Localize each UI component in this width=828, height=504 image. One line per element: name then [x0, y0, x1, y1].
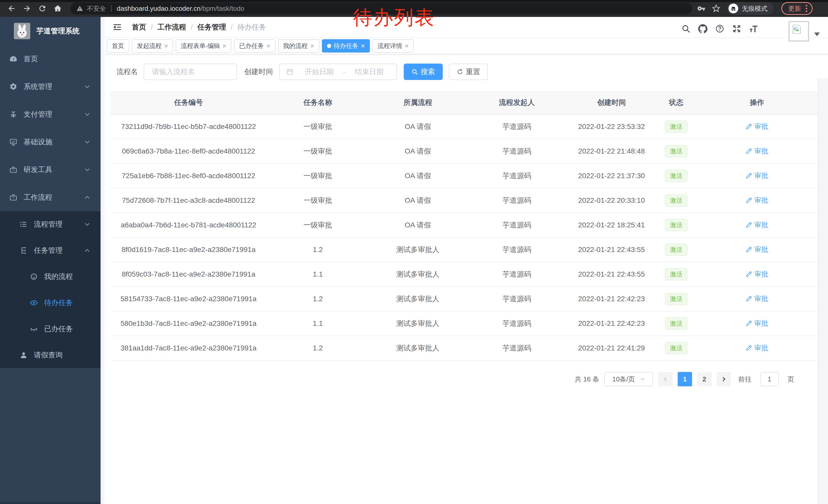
key-icon[interactable] [697, 4, 705, 12]
table-row: 725a1eb6-7b88-11ec-8ef0-acde48001122一级审批… [110, 164, 818, 188]
sidebar-item-system[interactable]: 系统管理 [0, 73, 100, 100]
sidebar-item-workflow[interactable]: 工作流程 [0, 184, 100, 211]
back-icon[interactable] [7, 4, 16, 13]
table-header-row: 任务编号 任务名称 所属流程 流程发起人 创建时间 状态 操作 [110, 91, 818, 114]
close-icon[interactable] [164, 43, 168, 49]
gear-icon [9, 83, 17, 91]
help-icon[interactable] [715, 24, 724, 33]
goto-page-input[interactable]: 1 [760, 372, 779, 386]
col-status: 状态 [656, 91, 696, 114]
process-name-input[interactable]: 请输入流程名 [143, 63, 237, 80]
breadcrumb-home[interactable]: 首页 [132, 22, 146, 32]
font-size-icon[interactable] [749, 24, 758, 33]
tab-done-tasks[interactable]: 已办任务 [234, 39, 275, 53]
end-date-placeholder[interactable]: 结束日期 [346, 67, 392, 77]
sidebar-item-process-mgmt[interactable]: 流程管理 [0, 211, 100, 237]
tab-start-process[interactable]: 发起流程 [132, 39, 173, 53]
table-row: 8f059c03-7ac8-11ec-a9e2-a2380e71991a1.1测… [110, 262, 818, 287]
tab-home[interactable]: 首页 [107, 39, 129, 53]
breadcrumb-current: 待办任务 [237, 22, 266, 32]
search-button[interactable]: 搜索 [404, 63, 443, 80]
sidebar-item-home[interactable]: 首页 [0, 45, 100, 73]
table-row: 381aa1dd-7ac8-11ec-a9e2-a2380e71991a1.2测… [110, 336, 818, 360]
incognito-badge: 无痕模式 [727, 2, 774, 15]
table-row: a6aba0a4-7b6d-11ec-b781-acde48001122一级审批… [110, 213, 818, 237]
tab-todo-tasks[interactable]: 待办任务 [322, 39, 370, 53]
start-date-placeholder[interactable]: 开始日期 [296, 67, 342, 77]
process-name-label: 流程名 [117, 67, 138, 77]
workflow-submenu: 流程管理 任务管理 我的流程 待办任务 已办 [0, 211, 100, 368]
page-button-1[interactable]: 1 [678, 372, 692, 386]
approve-link[interactable]: 审批 [746, 319, 768, 328]
eye-closed-icon [30, 325, 38, 333]
approve-link[interactable]: 审批 [746, 122, 768, 131]
sidebar-item-payment[interactable]: 支付管理 [0, 100, 100, 128]
close-icon[interactable] [405, 43, 409, 49]
close-icon[interactable] [266, 43, 270, 49]
sidebar-item-leave-query[interactable]: 请假查询 [0, 342, 100, 368]
reload-icon[interactable] [38, 4, 47, 13]
task-table: 任务编号 任务名称 所属流程 流程发起人 创建时间 状态 操作 73211d9d… [110, 91, 818, 361]
approve-link[interactable]: 审批 [746, 343, 768, 353]
approve-link[interactable]: 审批 [746, 294, 768, 303]
col-process: 所属流程 [369, 91, 467, 114]
tab-my-process[interactable]: 我的流程 [278, 39, 319, 53]
close-icon[interactable] [361, 43, 365, 49]
next-page-button[interactable] [717, 372, 731, 386]
breadcrumb-workflow[interactable]: 工作流程 [158, 22, 186, 32]
status-badge: 激活 [665, 194, 688, 207]
sidebar-item-done-tasks[interactable]: 已办任务 [0, 316, 100, 342]
status-badge: 激活 [665, 317, 688, 330]
app-logo [14, 23, 30, 39]
face-icon [30, 273, 38, 281]
caret-down-icon[interactable] [814, 32, 820, 36]
status-badge: 激活 [665, 145, 688, 157]
browser-menu-icon[interactable] [806, 5, 807, 12]
filter-bar: 流程名 请输入流程名 创建时间 开始日期 - 结束日期 搜索 重置 [117, 63, 818, 80]
table-row: 73211d9d-7b9b-11ec-b5b7-acde48001122一级审批… [110, 114, 818, 139]
page-scrollbar[interactable] [818, 79, 828, 504]
sidebar-item-task-mgmt[interactable]: 任务管理 [0, 237, 100, 264]
chevron-down-icon [640, 377, 645, 382]
fullscreen-icon[interactable] [732, 24, 741, 33]
approve-link[interactable]: 审批 [746, 269, 768, 279]
status-badge: 激活 [665, 342, 688, 354]
chevron-up-icon [84, 247, 90, 254]
status-badge: 激活 [665, 219, 688, 231]
close-icon[interactable] [310, 43, 314, 49]
pagination: 共 16 条 10条/页 1 2 前往 1 页 [110, 372, 794, 386]
approve-link[interactable]: 审批 [746, 220, 768, 229]
table-row: 75d72608-7b7f-11ec-a3c8-acde48001122一级审批… [110, 188, 818, 213]
github-icon[interactable] [698, 24, 707, 33]
search-icon[interactable] [681, 24, 691, 33]
star-icon[interactable] [712, 4, 720, 12]
sidebar-item-todo-tasks[interactable]: 待办任务 [0, 290, 100, 316]
approve-link[interactable]: 审批 [746, 146, 768, 155]
menu-fold-icon[interactable] [112, 22, 122, 32]
update-button[interactable]: 更新 [781, 2, 813, 15]
close-icon[interactable] [222, 43, 226, 49]
chevron-down-icon [84, 167, 90, 173]
forward-icon[interactable] [23, 4, 31, 13]
approve-link[interactable]: 审批 [746, 245, 768, 254]
url-text: dashboard.yudao.iocoder.cn/bpm/task/todo [117, 5, 244, 12]
status-badge: 激活 [665, 121, 688, 133]
sidebar-item-my-process[interactable]: 我的流程 [0, 264, 100, 290]
reset-button[interactable]: 重置 [449, 63, 488, 80]
page-button-2[interactable]: 2 [697, 372, 711, 386]
breadcrumb: 首页 / 工作流程 / 任务管理 / 待办任务 [132, 22, 266, 32]
page-size-select[interactable]: 10条/页 [604, 372, 653, 386]
page-unit-label: 页 [787, 375, 794, 384]
approve-link[interactable]: 审批 [746, 171, 768, 180]
tab-process-detail[interactable]: 流程详情 [372, 39, 414, 53]
sidebar-item-infra[interactable]: 基础设施 [0, 128, 100, 156]
col-create-time: 创建时间 [567, 91, 656, 114]
breadcrumb-task-mgmt[interactable]: 任务管理 [198, 22, 226, 32]
tab-form-edit[interactable]: 流程表单-编辑 [176, 39, 232, 53]
home-icon[interactable] [53, 4, 62, 13]
sidebar-item-devtools[interactable]: 研发工具 [0, 156, 100, 184]
prev-page-button[interactable] [658, 372, 672, 386]
chevron-down-icon [84, 84, 90, 90]
approve-link[interactable]: 审批 [746, 196, 768, 205]
date-range-picker[interactable]: 开始日期 - 结束日期 [279, 63, 397, 80]
